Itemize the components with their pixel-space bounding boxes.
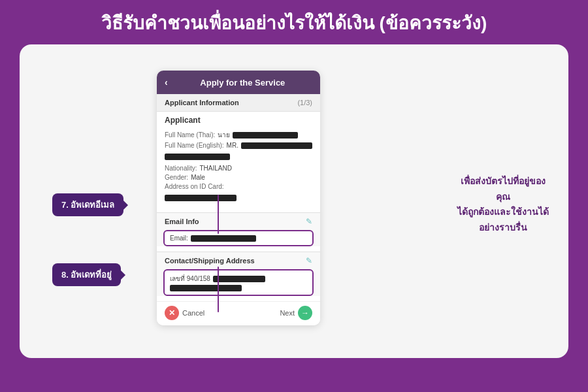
next-icon: → [298,306,312,320]
app-header: ‹ Apply for the Service [157,71,320,94]
nationality-row: Nationality: THAILAND [165,165,312,172]
address-prefix: เลขที่ 940/158 [170,274,210,284]
bottom-buttons: ✕ Cancel Next → [157,301,320,325]
full-name-english-label: Full Name (English): [165,142,224,149]
full-name-english-redacted [241,142,312,149]
phone-screen: ‹ Apply for the Service Applicant Inform… [157,71,320,325]
page-title: วิธีรับคำชวนเพื่อนอย่างไรให้ได้เงิน (ข้อ… [0,0,588,44]
address-id-row: Address on ID Card: [165,183,312,190]
info-block: Full Name (Thai): นาย Full Name (English… [157,127,320,210]
full-name-thai-prefix: นาย [218,130,230,140]
address-section-label: Contact/Shipping Address [165,257,255,265]
next-label: Next [280,309,295,317]
gender-label: Gender: [165,174,188,181]
address-redacted-1 [213,276,265,282]
cancel-button[interactable]: ✕ Cancel [165,306,204,320]
phone-mockup-area: 7. อัพเดทอีเมล 8. อัพเดทที่อยู่ ‹ Apply … [33,64,444,345]
gender-row: Gender: Male [165,174,312,181]
right-description: เพื่อส่งบัตรไปที่อยู่ของคุณ ได้ถูกต้องแล… [457,174,549,236]
full-name-english-prefix: MR. [227,142,238,149]
full-name-thai-row: Full Name (Thai): นาย [165,130,312,140]
gender-value: Male [191,174,205,181]
email-connector-line [218,195,219,234]
back-button[interactable]: ‹ [165,77,168,88]
section-bar: Applicant Information (1/3) [157,94,320,112]
email-section: Email Info ✎ Email: [157,212,320,246]
page-header: วิธีรับคำชวนเพื่อนอย่างไรให้ได้เงิน (ข้อ… [0,0,588,44]
email-section-header: Email Info ✎ [157,213,320,229]
cancel-label: Cancel [182,309,204,317]
address-section: Contact/Shipping Address ✎ เลขที่ 940/15… [157,252,320,296]
applicant-section-title: Applicant [157,112,320,127]
right-text-line2: ได้ถูกต้องและใช้งานได้ [457,206,549,217]
address-id-label: Address on ID Card: [165,183,224,190]
right-text-line1: เพื่อส่งบัตรไปที่อยู่ของคุณ [461,176,546,202]
right-text-line3: อย่างราบรื่น [479,222,527,233]
email-section-label: Email Info [165,218,199,225]
address-id-redacted [165,195,237,201]
nationality-value: THAILAND [199,165,231,172]
address-section-header: Contact/Shipping Address ✎ [157,252,320,268]
full-name-thai-label: Full Name (Thai): [165,131,215,139]
email-edit-icon[interactable]: ✎ [306,217,312,226]
nationality-label: Nationality: [165,165,197,172]
address-line1: เลขที่ 940/158 [170,274,307,284]
address-connector-line [218,267,219,312]
main-card: 7. อัพเดทอีเมล 8. อัพเดทที่อยู่ ‹ Apply … [20,44,568,358]
full-name-english-redacted-2 [165,154,230,160]
full-name-thai-redacted [233,132,298,139]
section-progress: (1/3) [297,99,312,106]
address-input-field[interactable]: เลขที่ 940/158 [163,269,314,296]
app-header-title: Apply for the Service [173,78,312,88]
section-label: Applicant Information [165,99,239,106]
email-redacted [191,235,256,242]
callout-8: 8. อัพเดทที่อยู่ [52,263,121,286]
address-edit-icon[interactable]: ✎ [306,256,312,265]
email-input-field[interactable]: Email: [163,230,314,246]
address-redacted-2 [170,285,242,291]
email-field-label: Email: [170,235,188,242]
right-text-area: เพื่อส่งบัตรไปที่อยู่ของคุณ ได้ถูกต้องแล… [451,64,555,345]
callout-7: 7. อัพเดทอีเมล [52,193,123,216]
cancel-icon: ✕ [165,306,179,320]
address-line2 [170,285,307,291]
full-name-english-row: Full Name (English): MR. [165,142,312,149]
next-button[interactable]: Next → [280,306,312,320]
